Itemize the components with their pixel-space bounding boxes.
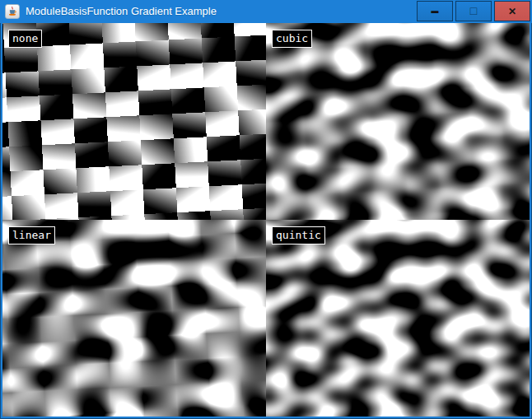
- close-button[interactable]: ✕: [494, 1, 530, 21]
- noise-canvas-quintic: [266, 220, 530, 417]
- window-title: ModuleBasisFunction Gradient Example: [26, 0, 217, 23]
- panel-label-linear: linear: [8, 226, 55, 244]
- panel-label-cubic: cubic: [272, 30, 312, 48]
- maximize-button[interactable]: □: [455, 1, 492, 21]
- java-coffee-cup-icon: [7, 6, 18, 17]
- noise-canvas-none: [2, 23, 266, 220]
- noise-panel-quintic: quintic: [266, 220, 530, 417]
- minimize-button[interactable]: ▬: [417, 1, 453, 21]
- noise-panel-none: none: [2, 23, 266, 220]
- noise-panel-cubic: cubic: [266, 23, 530, 220]
- title-bar[interactable]: ModuleBasisFunction Gradient Example ▬ □…: [0, 0, 532, 23]
- app-window: ModuleBasisFunction Gradient Example ▬ □…: [0, 0, 532, 419]
- minimize-icon: ▬: [432, 7, 439, 15]
- close-icon: ✕: [508, 7, 516, 16]
- panel-label-quintic: quintic: [272, 226, 325, 244]
- noise-grid: none cubic linear quintic: [2, 23, 530, 417]
- noise-canvas-linear: [2, 220, 266, 417]
- window-controls: ▬ □ ✕: [417, 1, 530, 21]
- panel-label-none: none: [8, 30, 42, 48]
- noise-canvas-cubic: [266, 23, 530, 220]
- noise-panel-linear: linear: [2, 220, 266, 417]
- maximize-icon: □: [470, 5, 477, 16]
- java-icon[interactable]: [5, 4, 20, 19]
